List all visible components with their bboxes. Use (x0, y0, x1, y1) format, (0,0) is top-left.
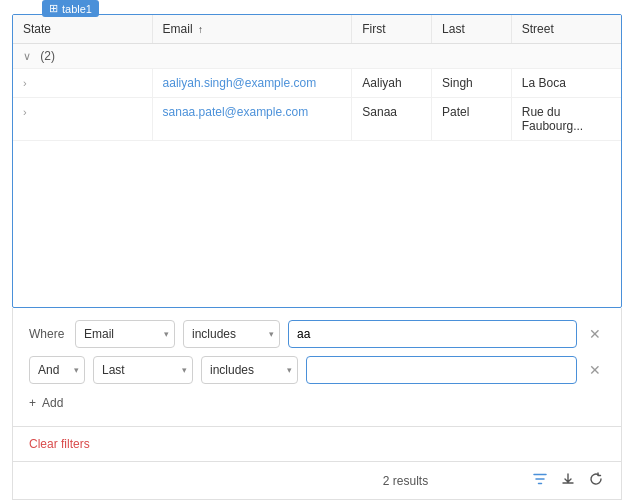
expand-btn-1[interactable]: › (23, 77, 27, 89)
filter1-value-input[interactable] (288, 320, 577, 348)
col-header-last: Last (432, 15, 512, 44)
cell-street-2: Rue du Faubourg... (511, 98, 621, 141)
col-header-state: State (13, 15, 152, 44)
filter1-close-button[interactable]: ✕ (585, 324, 605, 344)
bottom-bar: 2 results (12, 462, 622, 500)
filter1-op-select[interactable]: includes excludes is is not is empty is … (183, 320, 280, 348)
data-table: State Email ↑ First Last Street (13, 15, 621, 141)
clear-filters-label: Clear filters (29, 437, 90, 451)
filter-panel: Where Email First Last State Street ▾ in… (12, 308, 622, 427)
filter-icon-button[interactable] (531, 470, 549, 491)
group-label: (2) (40, 49, 55, 63)
bottom-actions (531, 470, 605, 491)
filter-row-2: And Or ▾ Last Email First State Street ▾ (29, 356, 605, 384)
cell-street-1: La Boca (511, 69, 621, 98)
email-link-2[interactable]: sanaa.patel@example.com (163, 105, 309, 119)
and-wrapper: And Or ▾ (29, 356, 85, 384)
cell-state-1: › (13, 69, 152, 98)
clear-filters-section: Clear filters (12, 427, 622, 462)
cell-state-2: › (13, 98, 152, 141)
filter2-op-wrapper: includes excludes is is not is empty is … (201, 356, 298, 384)
group-row: ∨ (2) (13, 44, 621, 69)
table-row: › aaliyah.singh@example.com Aaliyah Sing… (13, 69, 621, 98)
table-badge: ⊞ table1 (42, 0, 99, 17)
cell-last-2: Patel (432, 98, 512, 141)
cell-first-1: Aaliyah (352, 69, 432, 98)
table-badge-label: table1 (62, 3, 92, 15)
download-icon-button[interactable] (559, 470, 577, 491)
group-chevron[interactable]: ∨ (23, 50, 31, 62)
where-label: Where (29, 327, 67, 341)
filter2-value-input[interactable] (306, 356, 577, 384)
filter1-field-wrapper: Email First Last State Street ▾ (75, 320, 175, 348)
filter-icon (533, 472, 547, 486)
col-header-street: Street (511, 15, 621, 44)
clear-filters-button[interactable]: Clear filters (29, 433, 90, 455)
refresh-icon-button[interactable] (587, 470, 605, 491)
and-conjunction-select[interactable]: And Or (29, 356, 85, 384)
plus-icon: + (29, 396, 36, 410)
add-filter-label: Add (42, 396, 63, 410)
expand-btn-2[interactable]: › (23, 106, 27, 118)
add-filter-button[interactable]: + Add (29, 392, 63, 414)
cell-last-1: Singh (432, 69, 512, 98)
table-wrapper: State Email ↑ First Last Street (12, 14, 622, 308)
table-row: › sanaa.patel@example.com Sanaa Patel Ru… (13, 98, 621, 141)
sort-icon-email: ↑ (198, 24, 203, 35)
filter1-field-select[interactable]: Email First Last State Street (75, 320, 175, 348)
cell-first-2: Sanaa (352, 98, 432, 141)
cell-email-1: aaliyah.singh@example.com (152, 69, 352, 98)
filter1-op-wrapper: includes excludes is is not is empty is … (183, 320, 280, 348)
filter2-op-select[interactable]: includes excludes is is not is empty is … (201, 356, 298, 384)
filter2-field-wrapper: Last Email First State Street ▾ (93, 356, 193, 384)
email-link-1[interactable]: aaliyah.singh@example.com (163, 76, 317, 90)
cell-email-2: sanaa.patel@example.com (152, 98, 352, 141)
filter2-close-button[interactable]: ✕ (585, 360, 605, 380)
results-count: 2 results (280, 474, 531, 488)
col-header-first: First (352, 15, 432, 44)
filter2-field-select[interactable]: Last Email First State Street (93, 356, 193, 384)
col-header-email[interactable]: Email ↑ (152, 15, 352, 44)
download-icon (561, 472, 575, 486)
main-container: ⊞ table1 State Email ↑ First (0, 0, 634, 500)
refresh-icon (589, 472, 603, 486)
filter-row-1: Where Email First Last State Street ▾ in… (29, 320, 605, 348)
table-icon: ⊞ (49, 2, 58, 15)
